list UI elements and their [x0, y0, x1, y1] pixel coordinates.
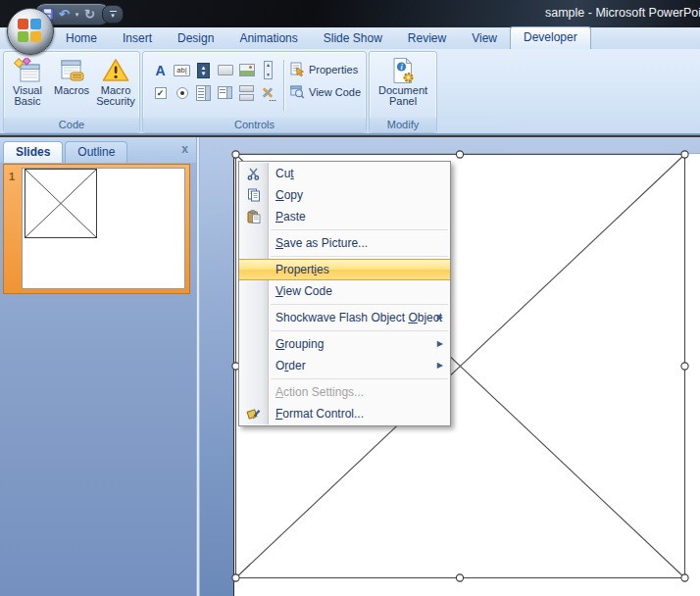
menu-item-label: Properties: [268, 263, 329, 276]
selection-handle-top-right[interactable]: [681, 151, 688, 158]
image-icon[interactable]: [237, 61, 256, 79]
menu-item-properties[interactable]: Properties: [239, 259, 450, 280]
copy-icon: [239, 188, 268, 202]
ribbon-group-modify: iDocumentPanel Modify: [369, 51, 437, 133]
selection-handle-bottom-right[interactable]: [681, 574, 688, 581]
window-title: sample - Microsoft PowerPoi: [545, 6, 700, 20]
check-box-icon[interactable]: ✓: [151, 83, 170, 102]
selection-handle-top-left[interactable]: [232, 151, 239, 158]
menu-item-label: View Code: [268, 284, 332, 298]
combo-box-icon[interactable]: [216, 83, 234, 102]
selection-handle-bottom-left[interactable]: [232, 574, 239, 581]
macros-label: Macros: [54, 85, 89, 96]
menu-item-copy[interactable]: Copy: [239, 184, 450, 206]
menu-separator: [271, 256, 448, 257]
undo-icon[interactable]: ↶: [57, 7, 72, 23]
menu-separator: [271, 378, 448, 379]
document-panel-label: DocumentPanel: [378, 85, 427, 107]
selection-handle-bottom-middle[interactable]: [456, 574, 463, 581]
visual-basic-label: VisualBasic: [13, 85, 42, 107]
menu-separator: [271, 304, 448, 305]
menu-item-format-control[interactable]: Format Control...: [239, 403, 450, 424]
tab-review[interactable]: Review: [395, 27, 459, 49]
controls-icon-grid: Aab|▲▼▲▼✓…: [151, 61, 277, 102]
menu-item-label: Shockwave Flash Object Object: [268, 311, 442, 324]
menu-separator: [271, 229, 448, 230]
view-code-icon: [290, 84, 305, 99]
menu-item-paste[interactable]: Paste: [239, 206, 450, 227]
menu-item-view-code[interactable]: View Code: [239, 280, 450, 302]
menu-item-label: Copy: [268, 188, 303, 202]
label-icon[interactable]: A: [151, 61, 170, 79]
redo-icon[interactable]: ↻: [82, 7, 97, 23]
document-panel-button[interactable]: iDocumentPanel: [381, 54, 425, 117]
group-label-code: Code: [4, 118, 139, 132]
powerpoint-window: sample - Microsoft PowerPoi ↶ ▾ ↻ ▾ Home…: [0, 0, 700, 596]
list-box-icon[interactable]: [194, 83, 213, 102]
menu-item-label: Grouping: [268, 337, 324, 351]
spin-button-icon[interactable]: ▲▼: [194, 61, 213, 79]
macro-security-button[interactable]: MacroSecurity: [94, 54, 137, 117]
submenu-arrow-icon: ▶: [437, 340, 443, 348]
command-button-icon[interactable]: [216, 61, 234, 79]
menu-item-label: Save as Picture...: [268, 236, 368, 250]
menu-item-action-settings[interactable]: Action Settings...: [239, 381, 450, 403]
group-label-controls: Controls: [143, 118, 366, 132]
workspace: SlidesOutline x 1: [0, 137, 700, 596]
macro-security-label: MacroSecurity: [96, 85, 135, 107]
menu-item-cut[interactable]: Cut: [239, 163, 450, 184]
text-box-icon[interactable]: ab|: [173, 61, 191, 79]
modify-group-buttons: iDocumentPanel: [372, 54, 434, 117]
tab-insert[interactable]: Insert: [110, 27, 165, 49]
submenu-arrow-icon: ▶: [437, 314, 443, 322]
document-panel-icon: i: [390, 56, 416, 85]
paste-icon: [239, 210, 268, 224]
code-group-buttons: VisualBasicMacrosMacroSecurity: [6, 54, 137, 117]
menu-item-shockwave-flash-object-object[interactable]: Shockwave Flash Object Object▶: [239, 307, 450, 328]
menu-item-label: Format Control...: [268, 407, 364, 421]
group-label-modify: Modify: [370, 118, 436, 132]
customize-quick-access-icon[interactable]: ▾: [102, 5, 124, 24]
ribbon-group-code: VisualBasicMacrosMacroSecurity Code: [3, 51, 140, 133]
tab-developer[interactable]: Developer: [510, 26, 591, 49]
ribbon-group-controls: Aab|▲▼▲▼✓… Properties: [142, 51, 367, 133]
office-logo-icon: [18, 19, 41, 42]
controls-separator: [283, 60, 284, 111]
menu-item-label: Action Settings...: [268, 385, 364, 399]
title-bar: sample - Microsoft PowerPoi ↶ ▾ ↻ ▾: [0, 0, 700, 27]
macro-security-icon: [102, 56, 129, 85]
undo-dropdown-icon[interactable]: ▾: [74, 7, 80, 23]
option-button-icon[interactable]: [173, 83, 191, 102]
visual-basic-icon: [14, 56, 41, 85]
more-controls-icon[interactable]: …: [259, 83, 277, 102]
visual-basic-button[interactable]: VisualBasic: [6, 54, 49, 117]
menu-separator: [271, 330, 448, 331]
view-code-button[interactable]: View Code: [290, 84, 361, 99]
ribbon-tabs: HomeInsertDesignAnimationsSlide ShowRevi…: [0, 27, 700, 49]
cut-icon: [239, 168, 268, 180]
menu-item-label: Order: [268, 359, 306, 372]
context-menu: CutCopyPasteSave as Picture...Properties…: [238, 161, 451, 426]
tab-view[interactable]: View: [459, 27, 510, 49]
tab-design[interactable]: Design: [165, 27, 226, 49]
format-control-icon: [239, 407, 268, 421]
properties-button[interactable]: Properties: [290, 62, 361, 76]
macros-icon: [58, 56, 85, 85]
office-button[interactable]: [7, 8, 54, 55]
menu-item-label: Cut: [268, 167, 294, 180]
properties-icon: [290, 62, 305, 76]
toggle-button-icon[interactable]: [237, 83, 256, 102]
menu-item-order[interactable]: Order▶: [239, 355, 450, 376]
menu-item-save-as-picture[interactable]: Save as Picture...: [239, 232, 450, 254]
tab-slide-show[interactable]: Slide Show: [311, 27, 395, 49]
menu-item-label: Paste: [268, 210, 306, 224]
scroll-bar-icon[interactable]: ▲▼: [259, 61, 277, 79]
selection-handle-top-middle[interactable]: [456, 151, 463, 158]
menu-item-grouping[interactable]: Grouping▶: [239, 333, 450, 355]
macros-button[interactable]: Macros: [50, 54, 93, 117]
submenu-arrow-icon: ▶: [437, 362, 443, 370]
ribbon: VisualBasicMacrosMacroSecurity Code Aab|…: [0, 49, 700, 135]
tab-home[interactable]: Home: [53, 27, 110, 49]
selection-handle-middle-right[interactable]: [681, 363, 688, 370]
tab-animations[interactable]: Animations: [226, 27, 310, 49]
